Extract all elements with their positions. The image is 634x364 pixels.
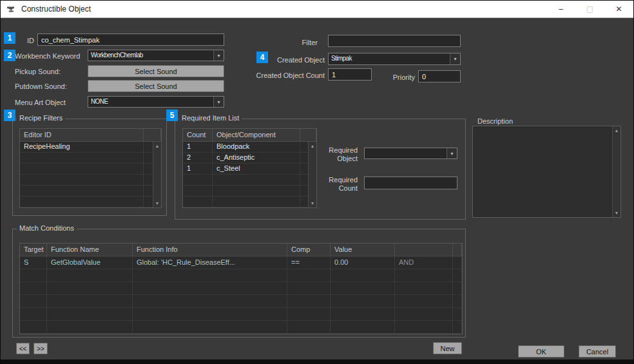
titlebar: Constructible Object – ▢ ✕ (1, 1, 633, 18)
menu-art-object-dropdown[interactable]: NONE ▾ (88, 96, 224, 108)
cell-blank (453, 256, 462, 269)
cell-comp: == (287, 256, 331, 269)
window-controls: – ▢ ✕ (546, 1, 633, 18)
maximize-button[interactable]: ▢ (575, 1, 604, 18)
id-input[interactable] (37, 34, 224, 46)
column-comp[interactable]: Comp (287, 244, 331, 256)
filter-label: Filter (284, 39, 318, 46)
description-textarea[interactable]: ▲ ▼ (472, 126, 621, 218)
vertical-scrollbar[interactable]: ▲ ▼ (153, 142, 161, 207)
match-conditions-table[interactable]: Target Function Name Function Info Comp … (19, 243, 463, 334)
table-row[interactable]: 1 Bloodpack (183, 142, 316, 153)
priority-input[interactable] (418, 70, 461, 82)
annotation-badge-2: 2 (4, 50, 15, 61)
empty-row (183, 196, 316, 207)
scroll-up-icon[interactable]: ▲ (311, 142, 315, 150)
empty-row (20, 186, 161, 196)
column-function-name[interactable]: Function Name (47, 244, 133, 256)
column-target[interactable]: Target (20, 244, 47, 256)
window-title: Constructible Object (21, 5, 91, 14)
cell-editor-id: RecipeHealing (20, 142, 144, 152)
vertical-scrollbar[interactable]: ▲ ▼ (612, 126, 620, 217)
recipe-filters-table[interactable]: Editor ID RecipeHealing ▲ ▼ (19, 128, 162, 208)
cancel-button[interactable]: Cancel (579, 345, 616, 358)
workbench-keyword-dropdown[interactable]: WorkbenchChemlab ▾ (88, 50, 224, 61)
scroll-down-icon[interactable]: ▼ (155, 199, 160, 207)
pickup-sound-button[interactable]: Select Sound (88, 65, 224, 77)
chevron-down-icon: ▾ (450, 53, 460, 64)
cell-count: 1 (183, 142, 213, 152)
empty-row (20, 175, 161, 186)
table-row[interactable]: 2 c_Antiseptic (183, 153, 316, 164)
workbench-keyword-label: Workbench Keyword (15, 52, 80, 60)
empty-row (20, 153, 161, 164)
column-blank (300, 129, 316, 141)
required-object-label: Required Object (322, 146, 358, 163)
table-row[interactable]: 1 c_Steel (183, 164, 316, 175)
annotation-badge-3: 3 (4, 110, 15, 121)
required-count-label: Required Count (322, 176, 358, 193)
putdown-sound-label: Putdown Sound: (15, 82, 67, 90)
cell-count: 1 (183, 164, 213, 174)
scroll-up-icon[interactable]: ▲ (155, 142, 160, 150)
cell-object: c_Antiseptic (213, 153, 300, 163)
annotation-badge-4: 4 (256, 52, 268, 63)
column-editor-id[interactable]: Editor ID (20, 129, 144, 141)
id-label: ID (19, 37, 34, 44)
conditions-next-button[interactable]: >> (34, 343, 48, 354)
annotation-badge-5: 5 (166, 110, 178, 121)
close-button[interactable]: ✕ (604, 1, 633, 18)
chevron-down-icon: ▾ (447, 148, 457, 158)
chevron-down-icon: ▾ (213, 50, 224, 61)
ok-button[interactable]: OK (518, 345, 564, 358)
required-item-list-title: Required Item List (179, 114, 242, 122)
pickup-sound-label: Pickup Sound: (15, 68, 61, 75)
table-row[interactable]: S GetGlobalValue Global: 'HC_Rule_Diseas… (20, 256, 462, 269)
column-object-component[interactable]: Object/Component (213, 129, 300, 141)
cell-function-name: GetGlobalValue (47, 256, 133, 269)
column-count[interactable]: Count (183, 129, 213, 141)
vertical-scrollbar[interactable]: ▲ ▼ (308, 142, 316, 207)
scroll-down-icon[interactable]: ▼ (311, 199, 315, 207)
filter-input[interactable] (328, 35, 461, 47)
table-header: Target Function Name Function Info Comp … (20, 244, 462, 256)
cell-value: 0.00 (331, 256, 395, 269)
match-conditions-group: Match Conditions Target Function Name Fu… (12, 229, 466, 338)
empty-row (183, 186, 316, 196)
created-object-count-input[interactable] (328, 68, 372, 81)
conditions-prev-button[interactable]: << (16, 343, 30, 354)
column-blank (395, 244, 453, 256)
required-item-list-table[interactable]: Count Object/Component 1 Bloodpack 2 c_A… (182, 128, 317, 208)
table-header: Count Object/Component (183, 129, 316, 142)
cell-object: Bloodpack (213, 142, 300, 152)
table-row[interactable]: RecipeHealing (20, 142, 161, 153)
empty-row (20, 282, 462, 295)
required-object-value (365, 148, 447, 158)
column-function-info[interactable]: Function Info (133, 244, 287, 256)
created-object-dropdown[interactable]: Stimpak ▾ (328, 53, 461, 65)
recipe-filters-title: Recipe Filters (17, 114, 65, 122)
empty-row (20, 295, 462, 308)
scroll-up-icon[interactable]: ▲ (615, 126, 619, 135)
cell-count: 2 (183, 153, 213, 163)
empty-row (20, 164, 161, 175)
empty-row (183, 175, 316, 186)
constructible-object-icon (6, 4, 16, 14)
putdown-sound-button[interactable]: Select Sound (88, 80, 224, 92)
description-label: Description (477, 117, 513, 125)
created-object-value: Stimpak (329, 53, 450, 64)
empty-row (20, 269, 462, 282)
minimize-button[interactable]: – (546, 1, 575, 18)
column-value[interactable]: Value (331, 244, 395, 256)
created-object-count-label: Created Object Count (252, 72, 325, 79)
new-condition-button[interactable]: New (433, 342, 462, 354)
workbench-keyword-value: WorkbenchChemlab (88, 50, 213, 61)
chevron-down-icon: ▾ (213, 97, 224, 107)
scroll-down-icon[interactable]: ▼ (615, 209, 619, 217)
cell-operator: AND (395, 256, 453, 269)
required-object-dropdown[interactable]: ▾ (364, 148, 457, 159)
created-object-label: Created Object (270, 56, 325, 64)
priority-label: Priority (386, 73, 415, 81)
required-count-input[interactable] (364, 177, 457, 189)
menu-art-object-label: Menu Art Object (15, 99, 66, 106)
